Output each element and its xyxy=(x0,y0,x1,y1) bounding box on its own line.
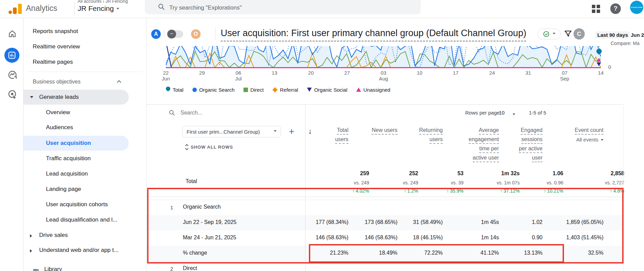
rows-per-page-label: Rows per page: xyxy=(465,110,501,116)
sidebar-item-landing-page[interactable]: Landing page xyxy=(23,182,146,197)
column-header-returning-users[interactable]: Returningusers xyxy=(419,127,443,145)
table-column-headers: TotalusersNew usersReturningusersAverage… xyxy=(146,127,623,169)
timeseries-chart[interactable] xyxy=(166,46,601,68)
report-title[interactable]: User acquisition: First user primary cha… xyxy=(221,28,526,42)
collapse-arrow-icon[interactable] xyxy=(30,249,32,253)
diamond-marker-icon xyxy=(272,87,278,92)
total-value: 252 xyxy=(409,170,418,177)
collapse-chevron-icon[interactable] xyxy=(117,80,121,85)
x-tick-day: 13 xyxy=(264,70,285,76)
global-search-input[interactable] xyxy=(169,3,408,12)
sidebar-item-user-acquisition-cohorts[interactable]: User acquisition cohorts xyxy=(23,197,146,212)
event-count-filter[interactable]: All events xyxy=(576,137,603,142)
legend-item-direct[interactable]: Direct xyxy=(244,87,264,93)
column-header-total-users[interactable]: Totalusers xyxy=(335,127,348,145)
sidebar-item-library[interactable]: Library xyxy=(23,262,146,271)
property-selector[interactable]: JR Fencing xyxy=(78,4,119,13)
rows-per-page-value[interactable]: 10 xyxy=(499,110,505,116)
sidebar-item-business-objectives[interactable]: Business objectives xyxy=(23,74,146,89)
rows-per-page-caret-icon[interactable] xyxy=(513,114,515,117)
variant-o-chip[interactable]: O xyxy=(191,29,201,39)
reports-icon-active[interactable] xyxy=(4,48,19,63)
total-vs-value: vs. 2,727 xyxy=(605,180,624,185)
sidebar-item-audiences[interactable]: Audiences xyxy=(23,120,146,135)
sidebar-item-realtime-overview[interactable]: Realtime overview xyxy=(23,39,146,54)
top-app-bar: Analytics All accounts › JR Fencing JR F… xyxy=(0,0,644,18)
global-search[interactable] xyxy=(145,0,421,14)
sidebar-group-label: Generate leads xyxy=(39,90,79,105)
legend-item-total[interactable]: Total xyxy=(166,87,184,93)
column-header-event-count[interactable]: Event countAll events xyxy=(575,127,604,142)
legend-label: Organic Search xyxy=(199,87,235,93)
x-tick-day: 10 xyxy=(409,70,430,76)
column-header-line: Total xyxy=(337,127,348,135)
column-header-engaged-sessions-per-active-user[interactable]: Engagedsessionsper activeuser xyxy=(519,127,543,164)
sidebar-item-reports-snapshot[interactable]: Reports snapshot xyxy=(23,24,146,39)
analytics-logo-icon[interactable] xyxy=(9,3,23,14)
total-value: 259 xyxy=(360,170,369,177)
sidebar-item-drive-sales[interactable]: Drive sales xyxy=(23,228,146,243)
title-divider xyxy=(215,28,216,40)
legend-item-unassigned[interactable]: Unassigned xyxy=(356,87,390,93)
sidebar-item-user-acquisition[interactable]: User acquisition xyxy=(23,136,129,151)
column-header-line: user xyxy=(532,154,543,162)
collaborator-avatar[interactable]: C xyxy=(574,28,585,40)
legend-item-referral[interactable]: Referral xyxy=(272,87,298,93)
sidebar-item-lead-disqualification-and-l[interactable]: Lead disqualification and l... xyxy=(23,212,146,227)
check-circle-icon xyxy=(543,31,550,37)
sidebar-item-generate-leads[interactable]: Generate leads xyxy=(23,90,129,105)
annotation-box-inner xyxy=(309,244,564,263)
total-value: 1m 32s xyxy=(501,170,520,177)
x-tick-label: 27 xyxy=(337,70,357,76)
sidebar-item-overview[interactable]: Overview xyxy=(23,105,146,120)
report-status-dropdown[interactable] xyxy=(537,29,561,40)
legend-item-organic-search[interactable]: Organic Search xyxy=(192,87,235,93)
circle-marker-icon xyxy=(192,88,197,92)
table-search-input[interactable] xyxy=(180,109,283,117)
logo-mid-bar xyxy=(13,7,17,14)
total-value: 1.06 xyxy=(553,170,563,177)
report-sidebar: Reports snapshotRealtime overviewRealtim… xyxy=(23,18,146,271)
filter-icon[interactable] xyxy=(564,30,572,38)
sidebar-item-label: Landing page xyxy=(46,182,81,197)
x-tick-month: Jul xyxy=(228,76,249,81)
legend-label: Direct xyxy=(250,87,264,93)
comparison-toggle[interactable]: − xyxy=(168,30,183,38)
legend-item-organic-social[interactable]: Organic Social xyxy=(307,87,347,93)
help-icon[interactable]: ? xyxy=(610,3,621,14)
date-range-picker[interactable]: Last 90 days xyxy=(595,31,630,39)
user-avatar[interactable]: SCALING MONK xyxy=(630,1,643,14)
sidebar-item-label: Realtime overview xyxy=(33,39,80,54)
sidebar-item-realtime-pages[interactable]: Realtime pages xyxy=(23,55,146,70)
advertising-icon[interactable] xyxy=(8,90,17,99)
tri-down-marker-icon xyxy=(307,88,312,92)
collapse-arrow-icon[interactable] xyxy=(30,234,32,238)
grid-apps-icon[interactable] xyxy=(592,5,600,13)
expand-arrow-icon[interactable] xyxy=(30,96,33,98)
sidebar-item-label: Reports snapshot xyxy=(33,24,78,39)
total-endpoint-pin-icon xyxy=(596,49,602,55)
total-vs-value: vs. 39 xyxy=(451,180,464,185)
x-tick-label: 31 xyxy=(518,70,538,76)
y-axis-zero-label: 0 xyxy=(608,64,611,70)
table-search-icon xyxy=(169,109,175,116)
event-count-filter-label: All events xyxy=(576,137,598,142)
variant-a-chip[interactable]: A xyxy=(151,29,161,39)
legend-label: Referral xyxy=(280,87,298,93)
home-icon[interactable] xyxy=(8,29,17,38)
column-header-line: active user xyxy=(473,154,499,162)
x-tick-label: 22Jun xyxy=(156,70,176,81)
sidebar-item-traffic-acquisition[interactable]: Traffic acquisition xyxy=(23,151,146,166)
x-tick-day: 31 xyxy=(518,70,538,76)
x-tick-label: 10 xyxy=(409,70,430,76)
breadcrumb[interactable]: All accounts › JR Fencing xyxy=(78,0,128,4)
legend-label: Total xyxy=(173,87,184,93)
column-header-new-users[interactable]: New users xyxy=(372,127,397,136)
variant-divider xyxy=(164,30,164,38)
explore-icon[interactable] xyxy=(8,70,17,79)
column-header-line: per active xyxy=(519,145,543,153)
sidebar-item-understand-web-and-or-app-t[interactable]: Understand web and/or app t... xyxy=(23,243,146,258)
column-header-average-engagement-time-per-active-user[interactable]: Averageengagementtime peractive user xyxy=(469,127,499,164)
sidebar-item-lead-acquisition[interactable]: Lead acquisition xyxy=(23,166,146,181)
legend-label: Unassigned xyxy=(363,87,390,93)
